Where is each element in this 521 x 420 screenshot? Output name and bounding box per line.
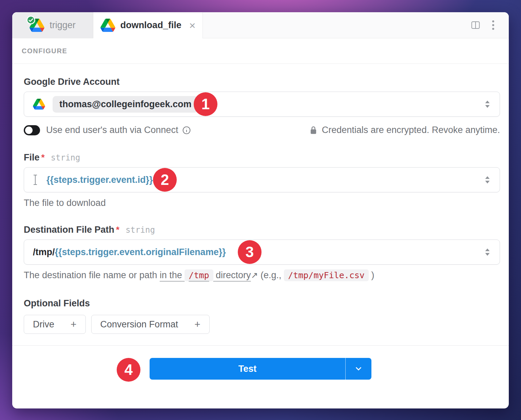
annotation-badge-3: 3 (238, 240, 262, 264)
destination-field-type: string (126, 225, 155, 235)
success-check-icon (26, 16, 35, 24)
connect-auth-toggle[interactable] (24, 125, 40, 135)
file-input[interactable]: {{steps.trigger.event.id}} 2 (24, 167, 500, 192)
add-conversion-format-field-button[interactable]: Conversion Format + (91, 315, 210, 334)
text-cursor-icon (33, 174, 38, 185)
link-text: directory (216, 270, 251, 280)
chevron-down-icon (354, 364, 363, 373)
google-drive-icon (100, 19, 115, 32)
file-field-label: File (24, 152, 40, 163)
tab-trigger[interactable]: trigger (12, 12, 93, 38)
destination-path-input[interactable]: /tmp/{{steps.trigger.event.originalFilen… (24, 240, 500, 265)
required-marker: * (116, 225, 119, 235)
destination-description-text: The destination file name or path (24, 270, 157, 280)
credentials-note-text: Credentials are encrypted. Revoke anytim… (322, 125, 500, 135)
example-path-chip: /tmp/myFile.csv (284, 269, 369, 281)
destination-field-label: Destination File Path (24, 225, 114, 235)
configure-section-header: CONFIGURE (12, 38, 509, 64)
tab-download-file[interactable]: download_file × (93, 12, 203, 38)
file-template-value: {{steps.trigger.event.id}} (46, 175, 153, 185)
optional-field-label: Conversion Format (100, 319, 178, 330)
configure-form: Google Drive Account thomas@collegeinfog… (12, 64, 509, 345)
file-field-description: The file to download (24, 198, 500, 208)
toggle-knob (25, 127, 33, 134)
close-tab-icon[interactable]: × (189, 20, 196, 31)
google-drive-account-select[interactable]: thomas@collegeinfogeek.com 1 (24, 92, 500, 117)
destination-field-description: The destination file name or path in the… (24, 270, 500, 281)
tab-bar: trigger download_file × (12, 12, 509, 38)
external-link-arrow-icon: ↗ (251, 270, 258, 280)
example-open: (e.g., (260, 270, 282, 280)
google-drive-icon (33, 99, 45, 110)
configure-heading: CONFIGURE (22, 47, 67, 55)
test-button[interactable]: Test (150, 358, 345, 380)
optional-fields-heading: Optional Fields (24, 298, 500, 309)
plus-icon: + (194, 319, 200, 330)
annotation-badge-1: 1 (194, 92, 217, 116)
info-icon[interactable] (182, 126, 191, 135)
connected-account-chip[interactable]: thomas@collegeinfogeek.com (53, 96, 198, 113)
step-config-window: trigger download_file × (12, 12, 509, 408)
credentials-note: Credentials are encrypted. Revoke anytim… (309, 125, 500, 135)
step-footer: 4 Test (12, 345, 509, 408)
annotation-badge-4: 4 (117, 358, 140, 382)
tab-trigger-label: trigger (50, 20, 76, 31)
example-close: ) (371, 270, 374, 280)
select-arrows-icon (484, 100, 491, 109)
connect-auth-label: Use end user's auth via Connect (46, 125, 178, 135)
add-drive-field-button[interactable]: Drive + (24, 315, 86, 334)
tab-download-file-label: download_file (120, 20, 181, 31)
destination-template-value: {{steps.trigger.event.originalFilename}} (55, 247, 226, 257)
google-drive-icon (30, 19, 44, 32)
optional-fields-row: Drive + Conversion Format + (24, 315, 500, 334)
optional-field-label: Drive (33, 319, 54, 330)
required-marker: * (41, 152, 45, 163)
test-options-dropdown[interactable] (345, 358, 371, 380)
kebab-menu-icon[interactable] (492, 20, 495, 31)
link-text: in the (160, 270, 182, 280)
select-arrows-icon (484, 248, 491, 256)
tab-bar-actions (203, 12, 509, 38)
lock-icon (309, 126, 318, 135)
plus-icon: + (71, 319, 77, 330)
file-field-type: string (51, 153, 80, 163)
connect-auth-row: Use end user's auth via Connect Credenti… (24, 125, 500, 135)
annotation-badge-2: 2 (153, 168, 177, 192)
tmp-directory-link[interactable]: in the /tmp directory (160, 270, 251, 280)
select-arrows-icon (484, 175, 491, 184)
split-pane-icon[interactable] (470, 20, 481, 30)
tmp-code-chip: /tmp (185, 269, 213, 281)
destination-path-prefix: /tmp/ (33, 247, 55, 257)
test-split-button: Test (150, 358, 371, 380)
account-field-label: Google Drive Account (24, 77, 120, 87)
